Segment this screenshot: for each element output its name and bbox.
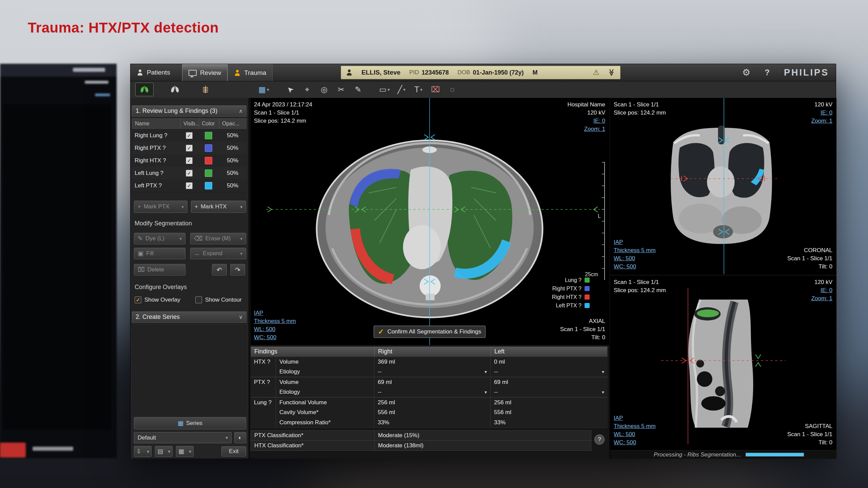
chevron-down-icon: ▾ [388, 87, 390, 92]
zoom-link[interactable]: Zoom: 1 [811, 294, 832, 303]
segmentation-row-left-ptx[interactable]: Left PTX ? ✓ 50% [132, 179, 246, 192]
chevron-down-icon: ▾ [147, 449, 149, 454]
segmentation-row-right-htx[interactable]: Right HTX ? ✓ 50% [132, 154, 246, 167]
sidebar-tab-lungs[interactable] [166, 83, 184, 96]
color-swatch[interactable] [205, 182, 212, 189]
zoom-link[interactable]: Zoom: 1 [568, 125, 606, 133]
legend-item-left-ptx: Left PTX ? [552, 301, 590, 310]
sidebar-tab-lung-findings[interactable] [135, 83, 154, 96]
section-create-series-header[interactable]: 2. Create Series ∨ [132, 311, 246, 323]
contrast-button[interactable]: ◐ [234, 432, 246, 443]
show-contour-checkbox[interactable]: Show Contour [195, 297, 242, 303]
cut-tool-button[interactable]: ✂ [334, 83, 348, 96]
htx-left-etiology-select[interactable]: --▾ [490, 367, 608, 377]
wc-link[interactable]: WC: 500 [614, 439, 656, 447]
background-app-window [0, 64, 117, 458]
rect-roi-tool-button[interactable]: ▭ ▾ [377, 83, 392, 96]
color-swatch[interactable] [205, 157, 212, 164]
thickness-link[interactable]: Thickness 5 mm [614, 246, 656, 255]
thickness-link[interactable]: Thickness 5 mm [614, 422, 656, 430]
classification-help-button[interactable]: ? [594, 434, 605, 445]
opacity-value[interactable]: 50% [219, 182, 248, 189]
ie-link[interactable]: IE: 0 [811, 109, 832, 117]
check-icon: ✓ [136, 297, 140, 303]
color-swatch[interactable] [205, 144, 212, 152]
mark-htx-button[interactable]: + Mark HTX ▾ [191, 201, 246, 213]
exit-button[interactable]: Exit [221, 446, 246, 456]
coronal-viewport[interactable]: Scan 1 - Slice 1/1 Slice pos: 124.2 mm 1… [610, 98, 836, 274]
opacity-value[interactable]: 50% [219, 157, 248, 164]
color-swatch[interactable] [205, 132, 212, 139]
expand-banner-icon[interactable]: ≫ [608, 69, 616, 76]
sagittal-viewport[interactable]: Scan 1 - Slice 1/1 Slice pos: 124.2 mm 1… [610, 275, 836, 450]
opacity-value[interactable]: 50% [219, 170, 248, 177]
wl-link[interactable]: WL: 500 [614, 430, 656, 439]
tab-patients[interactable]: Patients [131, 64, 182, 81]
ie-link[interactable]: IE: 0 [568, 117, 606, 125]
section-review-lung-header[interactable]: 1. Review Lung & Findings (3) ∧ [132, 105, 246, 117]
iap-link[interactable]: IAP [254, 309, 296, 317]
series-button[interactable]: ▦ Series [134, 417, 246, 429]
probe-tool-button[interactable]: ⌖ [300, 83, 314, 96]
confirm-all-button[interactable]: ✓ Confirm All Segmentation & Findings [374, 326, 486, 338]
iap-link[interactable]: IAP [614, 414, 656, 422]
erase-button[interactable]: ⌫ Erase (M) ▾ [190, 233, 246, 244]
save-series-button[interactable]: ▦ ▾ [176, 446, 194, 457]
undo-icon: ↶ [217, 266, 222, 274]
thickness-link[interactable]: Thickness 5 mm [254, 317, 296, 325]
sagittal-annotation-bottom-right: SAGITTAL Scan 1 - Slice 1/1 Tilt: 0 [787, 422, 832, 447]
col-color: Color [199, 119, 219, 128]
plus-icon: + [138, 203, 141, 210]
line-tool-button[interactable]: ╱ ▾ [394, 83, 409, 96]
dye-button[interactable]: ✎ Dye (L) ▾ [134, 233, 185, 244]
visibility-checkbox[interactable]: ✓ [186, 182, 193, 189]
redo-button[interactable]: ↷ [230, 264, 245, 276]
draw-tool-button[interactable]: ✎ [351, 83, 365, 96]
ie-link[interactable]: IE: 0 [811, 286, 832, 294]
sidebar-tab-ribs[interactable] [196, 83, 215, 96]
mark-ptx-button[interactable]: + Mark PTX ▾ [134, 201, 188, 213]
opacity-value[interactable]: 50% [219, 145, 248, 151]
delete-button[interactable]: ⌧ Delete [134, 264, 185, 276]
segmentation-row-right-ptx[interactable]: Right PTX ? ✓ 50% [132, 142, 246, 155]
expand-button[interactable]: ↔ Expand ▾ [190, 248, 246, 259]
tab-review[interactable]: Review [182, 64, 228, 81]
axial-viewport[interactable]: 24 Apr 2023 / 12:17:24 Scan 1 - Slice 1/… [251, 98, 609, 345]
visibility-checkbox[interactable]: ✓ [186, 170, 193, 177]
export-button[interactable]: ⇩ ▾ [134, 446, 152, 457]
pointer-tool-button[interactable]: ➤ [283, 83, 297, 96]
tab-trauma[interactable]: Trauma [228, 64, 273, 81]
help-icon[interactable]: ? [765, 68, 770, 77]
wl-link[interactable]: WL: 500 [254, 325, 296, 333]
visibility-checkbox[interactable]: ✓ [186, 157, 193, 164]
wl-link[interactable]: WL: 500 [614, 255, 656, 263]
wc-link[interactable]: WC: 500 [254, 333, 296, 342]
warning-icon[interactable]: ⚠ [593, 68, 599, 77]
layout-select-button[interactable]: ▦ ▾ [257, 83, 271, 96]
show-overlay-checkbox[interactable]: ✓ Show Overlay [135, 297, 180, 303]
preset-select[interactable]: Default ▾ [134, 432, 232, 443]
iap-link[interactable]: IAP [614, 238, 656, 246]
segmentation-row-left-lung[interactable]: Left Lung ? ✓ 50% [132, 167, 246, 180]
visibility-checkbox[interactable]: ✓ [186, 132, 193, 139]
text-tool-button[interactable]: T ▾ [411, 83, 426, 96]
lasso-tool-button[interactable]: ◌ [445, 83, 459, 96]
opacity-value[interactable]: 50% [219, 132, 248, 139]
ptx-right-etiology-select[interactable]: --▾ [374, 387, 490, 397]
undo-button[interactable]: ↶ [212, 264, 227, 276]
settings-gear-icon[interactable]: ⚙ [742, 67, 750, 78]
fill-button[interactable]: ▣ Fill [134, 248, 185, 259]
mark-ptx-label: Mark PTX [144, 203, 170, 210]
htx-right-etiology-select[interactable]: --▾ [374, 367, 490, 377]
zoom-link[interactable]: Zoom: 1 [811, 117, 832, 125]
clear-annotations-button[interactable]: ⌧ [428, 83, 442, 96]
ptx-left-etiology-select[interactable]: --▾ [490, 387, 608, 397]
color-swatch[interactable] [205, 169, 212, 177]
segmentation-row-right-lung[interactable]: Right Lung ? ✓ 50% [132, 129, 246, 142]
wc-link[interactable]: WC: 500 [614, 263, 656, 271]
film-icon: ▦ [178, 448, 184, 455]
patient-banner[interactable]: ELLIS, Steve PID 12345678 DOB 01-Jan-195… [341, 66, 620, 79]
visibility-checkbox[interactable]: ✓ [186, 145, 193, 151]
roi-tool-button[interactable]: ◎ [317, 83, 331, 96]
print-button[interactable]: ▤ ▾ [155, 446, 173, 457]
